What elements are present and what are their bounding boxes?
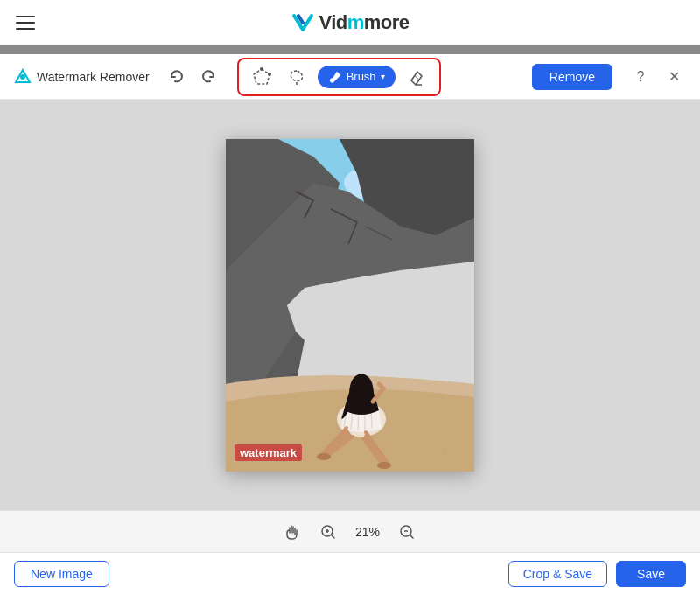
hamburger-menu[interactable] (16, 16, 35, 30)
brush-icon (328, 70, 342, 84)
crop-save-button[interactable]: Crop & Save (508, 561, 607, 587)
toolbar: Watermark Remover (0, 54, 700, 100)
tool-brand: Watermark Remover (14, 68, 150, 86)
zoom-in-button[interactable] (316, 520, 340, 544)
zoom-bar: 21% (0, 510, 700, 552)
logo-text: Vidmmore (318, 11, 409, 34)
brush-tool-button[interactable]: Brush ▾ (318, 66, 396, 88)
undo-icon (169, 69, 185, 85)
zoom-percent: 21% (351, 525, 384, 539)
polygon-select-icon (252, 67, 271, 87)
zoom-out-button[interactable] (395, 520, 419, 544)
svg-line-29 (332, 535, 334, 538)
svg-point-1 (20, 74, 25, 80)
watermark-remover-icon (14, 68, 32, 86)
brush-label: Brush (346, 70, 376, 83)
save-button[interactable]: Save (616, 561, 686, 587)
zoom-out-icon (399, 524, 415, 540)
pan-tool-button[interactable] (281, 520, 305, 544)
close-icon: ✕ (668, 68, 680, 85)
help-button[interactable]: ? (628, 65, 653, 89)
main-canvas-area: watermark (0, 100, 700, 510)
top-bar: Vidmmore (0, 0, 700, 45)
hand-icon (284, 523, 302, 541)
eraser-icon (407, 67, 426, 87)
redo-icon (200, 69, 216, 85)
beach-photo (226, 139, 474, 472)
remove-button[interactable]: Remove (532, 64, 612, 90)
svg-point-4 (268, 73, 271, 76)
image-container: watermark (226, 139, 474, 472)
svg-point-21 (377, 462, 391, 469)
polygon-select-tool[interactable] (248, 63, 276, 91)
toolbar-right-controls: ? ✕ (628, 65, 686, 89)
brush-dropdown-chevron: ▾ (381, 72, 385, 81)
tool-group: Brush ▾ (237, 58, 441, 96)
lasso-select-tool[interactable] (283, 63, 311, 91)
action-bar: New Image Crop & Save Save (0, 552, 700, 594)
logo-icon (290, 10, 315, 35)
undo-redo-group (164, 64, 221, 90)
eraser-tool[interactable] (402, 63, 430, 91)
svg-marker-2 (254, 69, 270, 84)
tool-brand-label: Watermark Remover (37, 70, 150, 84)
svg-point-3 (260, 67, 263, 71)
lasso-select-icon (287, 67, 306, 87)
close-button[interactable]: ✕ (662, 65, 686, 89)
new-image-button[interactable]: New Image (14, 561, 109, 587)
svg-point-20 (317, 453, 331, 460)
undo-button[interactable] (164, 64, 190, 90)
help-icon: ? (637, 69, 645, 85)
watermark-label: watermark (234, 444, 302, 461)
action-right-group: Crop & Save Save (508, 561, 686, 587)
svg-point-24 (417, 440, 419, 442)
logo: Vidmmore (290, 10, 409, 35)
separator-bar (0, 45, 700, 54)
zoom-in-icon (320, 524, 336, 540)
svg-point-25 (444, 452, 446, 455)
redo-button[interactable] (195, 64, 221, 90)
svg-line-32 (410, 535, 413, 538)
svg-line-8 (415, 76, 419, 80)
svg-point-22 (269, 436, 270, 437)
